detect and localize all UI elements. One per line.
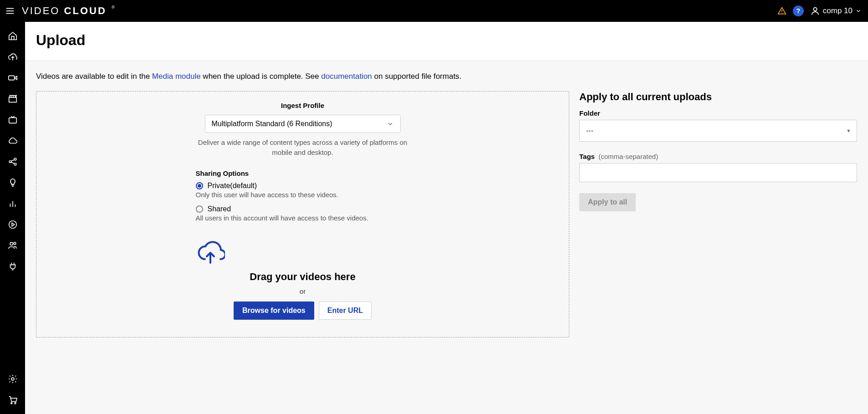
drag-instruction: Drag your videos here	[196, 271, 410, 283]
svg-line-14	[11, 162, 14, 164]
radio-unchecked-icon	[196, 205, 203, 213]
documentation-link[interactable]: documentation	[321, 72, 372, 81]
svg-point-5	[813, 8, 817, 11]
help-button[interactable]: ?	[793, 5, 804, 16]
sharing-options-label: Sharing Options	[196, 169, 410, 177]
nav-media[interactable]	[7, 72, 19, 84]
folder-field-label: Folder	[579, 109, 857, 117]
help-icon-label: ?	[797, 7, 801, 15]
nav-marketplace[interactable]	[7, 394, 19, 406]
page-title: Upload	[36, 32, 857, 49]
account-name-label: comp 10	[823, 6, 853, 15]
folder-select[interactable]: --- ▼	[579, 120, 857, 142]
nav-interactivity[interactable]	[7, 177, 19, 189]
alerts-button[interactable]	[777, 6, 786, 15]
tags-input[interactable]	[579, 163, 857, 182]
nav-cloud[interactable]	[7, 135, 19, 147]
ingest-profile-label: Ingest Profile	[196, 102, 410, 109]
sharing-shared-label: Shared	[208, 205, 231, 213]
svg-point-18	[9, 221, 16, 229]
page-header: Upload	[25, 22, 868, 61]
apply-to-all-button[interactable]: Apply to all	[579, 193, 636, 211]
enter-url-button[interactable]: Enter URL	[319, 302, 372, 320]
plug-icon	[8, 261, 18, 271]
tags-hint: (comma-separated)	[598, 153, 658, 160]
svg-rect-9	[9, 118, 16, 123]
browse-videos-button[interactable]: Browse for videos	[234, 302, 314, 320]
cloud-upload-large-icon	[196, 241, 410, 265]
nav-admin[interactable]	[7, 373, 19, 385]
menu-toggle-button[interactable]	[4, 5, 16, 17]
triangle-down-icon: ▼	[846, 128, 851, 133]
nav-integrations[interactable]	[7, 261, 19, 272]
svg-point-20	[10, 242, 13, 245]
top-bar: VIDEO CLOUD ? comp 10	[0, 0, 868, 22]
sharing-option-shared[interactable]: Shared	[196, 205, 410, 213]
top-bar-right: ? comp 10	[777, 5, 862, 16]
users-icon	[8, 240, 18, 250]
bar-chart-icon	[8, 199, 18, 209]
ingest-profile-value: Multiplatform Standard (6 Renditions)	[212, 120, 332, 128]
sharing-option-private[interactable]: Private(default)	[196, 182, 410, 190]
svg-line-13	[11, 159, 14, 161]
cart-icon	[8, 395, 18, 405]
chevron-down-icon	[855, 8, 862, 14]
user-icon	[810, 6, 820, 16]
upload-dropzone[interactable]: Ingest Profile Multiplatform Standard (6…	[36, 91, 569, 337]
sharing-shared-description: All users in this account will have acce…	[196, 214, 410, 222]
nav-home[interactable]	[7, 30, 19, 42]
svg-point-21	[14, 242, 16, 245]
nav-analytics[interactable]	[7, 198, 19, 210]
left-nav	[0, 22, 25, 414]
nav-players[interactable]	[7, 219, 19, 230]
apply-all-title: Apply to all current uploads	[579, 91, 857, 103]
nav-live[interactable]	[7, 114, 19, 126]
play-circle-icon	[8, 220, 18, 230]
lightbulb-icon	[8, 178, 18, 188]
nav-upload[interactable]	[7, 51, 19, 63]
svg-point-24	[10, 403, 12, 404]
sharing-private-label: Private(default)	[208, 182, 257, 190]
gear-icon	[8, 374, 18, 384]
ingest-profile-select[interactable]: Multiplatform Standard (6 Renditions)	[205, 115, 401, 133]
tv-icon	[8, 115, 18, 125]
intro-text: Videos are available to edit in the Medi…	[36, 72, 857, 81]
clapper-icon	[8, 94, 18, 104]
ingest-profile-description: Deliver a wide range of content types ac…	[196, 138, 410, 158]
sharing-private-description: Only this user will have access to these…	[196, 191, 410, 199]
account-menu[interactable]: comp 10	[810, 6, 862, 16]
video-camera-icon	[8, 73, 18, 83]
warning-triangle-icon	[777, 6, 786, 15]
hamburger-icon	[5, 6, 15, 16]
cloud-icon	[8, 136, 18, 146]
radio-checked-icon	[196, 182, 203, 189]
main-panel: Upload Videos are available to edit in t…	[25, 22, 868, 414]
svg-point-25	[15, 403, 16, 404]
svg-point-4	[781, 13, 782, 13]
apply-all-panel: Apply to all current uploads Folder --- …	[579, 91, 857, 211]
or-label: or	[196, 287, 410, 295]
chevron-down-icon	[387, 120, 394, 128]
folder-select-value: ---	[586, 127, 593, 135]
nav-gallery[interactable]	[7, 93, 19, 105]
brand-logo: VIDEO CLOUD	[22, 5, 116, 17]
nav-social[interactable]	[7, 156, 19, 168]
svg-point-23	[11, 378, 14, 380]
home-icon	[8, 31, 18, 41]
nav-audience[interactable]	[7, 240, 19, 251]
cloud-upload-icon	[8, 52, 18, 62]
share-icon	[8, 157, 18, 167]
tags-field-label: Tags (comma-separated)	[579, 153, 857, 160]
media-module-link[interactable]: Media module	[152, 72, 201, 81]
svg-marker-19	[12, 223, 15, 226]
svg-rect-7	[8, 76, 14, 80]
